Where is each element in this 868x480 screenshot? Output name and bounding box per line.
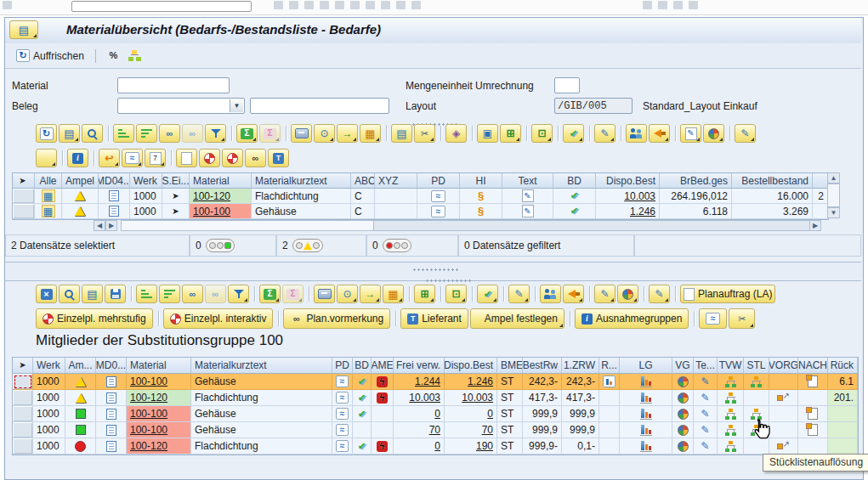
cell-lg[interactable] [620, 406, 672, 422]
info-button[interactable]: i [67, 149, 88, 167]
percent-filter-button[interactable]: % [103, 48, 124, 64]
column-header-15[interactable]: BrBed.ges [660, 173, 732, 189]
cell-ame[interactable]: ϟ [372, 390, 394, 406]
mrp-single-multilevel-button[interactable] [199, 149, 220, 167]
material-link[interactable]: 100-120 [193, 190, 230, 202]
cell-frei-verw[interactable]: 70 [394, 422, 445, 438]
hierarchy-button[interactable] [124, 48, 145, 63]
mengeneinheit-input[interactable] [554, 77, 580, 93]
cell-alle[interactable]: ▦ [35, 204, 62, 219]
cell-tvw[interactable] [718, 422, 744, 438]
cell-frei-verw[interactable]: 1.244 [394, 374, 445, 390]
check-functions-button[interactable]: ✔ [563, 124, 584, 143]
cell-pd[interactable]: ≈ [417, 189, 460, 204]
refresh-view-button[interactable]: ↻ [36, 124, 57, 143]
insert-button[interactable]: ⊡ [445, 285, 467, 303]
cell-md0[interactable] [96, 374, 127, 390]
cell-te[interactable]: ✎ [694, 374, 718, 390]
cell-ame[interactable]: ϟ [372, 438, 394, 455]
column-header-1[interactable]: Werk [33, 358, 65, 374]
value-link[interactable]: 1.246 [468, 376, 493, 387]
material-link[interactable]: 100-100 [130, 424, 167, 436]
red-light-filter[interactable]: 0 [366, 234, 458, 257]
splitter-handle-2[interactable] [425, 278, 473, 283]
cell-tvw[interactable] [718, 374, 744, 390]
cell-selector[interactable] [13, 390, 33, 406]
column-header-4[interactable]: Werk [130, 173, 162, 189]
subtotal-button[interactable]: Σ [282, 285, 304, 303]
cell-pd[interactable]: ≈ [332, 438, 353, 455]
edit-list-button[interactable]: ✎ [735, 124, 756, 143]
cell-ampel[interactable] [62, 204, 99, 219]
edit-document-button[interactable]: ✎ [680, 124, 701, 143]
column-header-2[interactable]: Am... [65, 358, 96, 374]
display-change-button[interactable]: ✎ [594, 124, 616, 143]
column-header-3[interactable]: MD04... [99, 173, 130, 189]
sort-ascending-button[interactable] [136, 285, 157, 303]
column-header-10[interactable]: Dispo.Best [445, 358, 497, 374]
cell-alle[interactable]: ▦ [35, 189, 62, 204]
scroll-right-button[interactable]: ▶ [105, 220, 117, 231]
planauftrag-button[interactable]: Planauftrag (LA) [680, 285, 775, 303]
column-header-6[interactable]: PD [332, 358, 353, 374]
cell-tvw[interactable] [718, 438, 744, 455]
cell-ame[interactable]: ϟ [372, 374, 394, 390]
cell-bd[interactable]: ✔ [353, 406, 372, 422]
cell-text[interactable]: ✎ [502, 189, 553, 204]
mrp-single-interactive-button[interactable] [222, 149, 243, 167]
value-link[interactable]: 10.003 [624, 190, 655, 202]
close-button[interactable]: × [36, 285, 57, 303]
purchase-order-button[interactable] [649, 124, 670, 143]
new-document-button[interactable] [176, 149, 197, 167]
cell-pd[interactable]: ≈ [332, 422, 353, 438]
column-header-8[interactable]: ABC [351, 173, 375, 189]
cell-material[interactable]: 100-100 [190, 204, 252, 219]
charts-button[interactable] [703, 124, 724, 143]
value-link[interactable]: 0 [434, 408, 440, 420]
legend-button[interactable]: ▤ [82, 285, 103, 303]
chevron-down-icon[interactable]: ▼ [230, 99, 243, 112]
check-functions-button[interactable]: ✔ [477, 285, 498, 303]
column-header-17[interactable] [813, 173, 828, 189]
column-header-20[interactable]: VORG [769, 358, 798, 374]
cell-stl[interactable] [744, 406, 769, 422]
vendor-button[interactable]: T [268, 149, 289, 167]
cell-hi[interactable]: § [460, 204, 502, 219]
scroll-up-button[interactable]: ▲ [827, 172, 840, 184]
cell-dispo-best[interactable]: 70 [445, 422, 497, 438]
einzelpl-mehrstufig-button[interactable]: Einzelpl. mehrstufig [36, 308, 153, 329]
more-functions-button[interactable] [36, 149, 57, 167]
cell-selector[interactable] [13, 438, 33, 455]
cell-lg[interactable] [620, 438, 672, 455]
cell-bd[interactable]: ✔ [353, 390, 372, 406]
print-preview-button[interactable]: ⊙ [314, 124, 335, 143]
cell-bd[interactable]: ✔ [553, 189, 596, 204]
column-header-9[interactable]: Frei verw. [394, 358, 445, 374]
choose-layout-button[interactable]: ▦ [383, 285, 404, 303]
column-header-0[interactable]: ➤ [13, 358, 33, 374]
ausnahmegruppen-button[interactable]: iAusnahmegruppen [575, 308, 689, 329]
column-header-11[interactable]: HI [460, 173, 502, 189]
cell-vg[interactable] [672, 438, 694, 455]
column-header-9[interactable]: XYZ [375, 173, 417, 189]
horizontal-scrollbar[interactable] [121, 220, 821, 231]
filter-button[interactable] [228, 285, 249, 303]
services-menu-button[interactable]: ▤ [9, 20, 38, 39]
cell-lg[interactable] [620, 422, 672, 438]
cell-selector[interactable] [13, 422, 33, 438]
sum-button[interactable]: Σ [259, 285, 281, 303]
value-link[interactable]: 10.003 [409, 392, 440, 404]
cell-vorg[interactable] [769, 390, 798, 406]
layout-field[interactable] [554, 98, 633, 114]
cell-te[interactable]: ✎ [694, 406, 718, 422]
purchase-order-button[interactable] [563, 285, 584, 303]
cell-tvw[interactable] [718, 406, 744, 422]
cell-frei-verw[interactable]: 0 [394, 438, 445, 455]
column-header-14[interactable]: Dispo.Best [596, 173, 660, 189]
cell-vg[interactable] [672, 422, 694, 438]
print-preview-button[interactable]: ⊙ [337, 285, 358, 303]
column-header-17[interactable]: Te... [694, 358, 718, 374]
material-link[interactable]: 100-120 [130, 392, 167, 404]
print-button[interactable] [314, 285, 335, 303]
find-button[interactable]: ∞ [182, 285, 203, 303]
